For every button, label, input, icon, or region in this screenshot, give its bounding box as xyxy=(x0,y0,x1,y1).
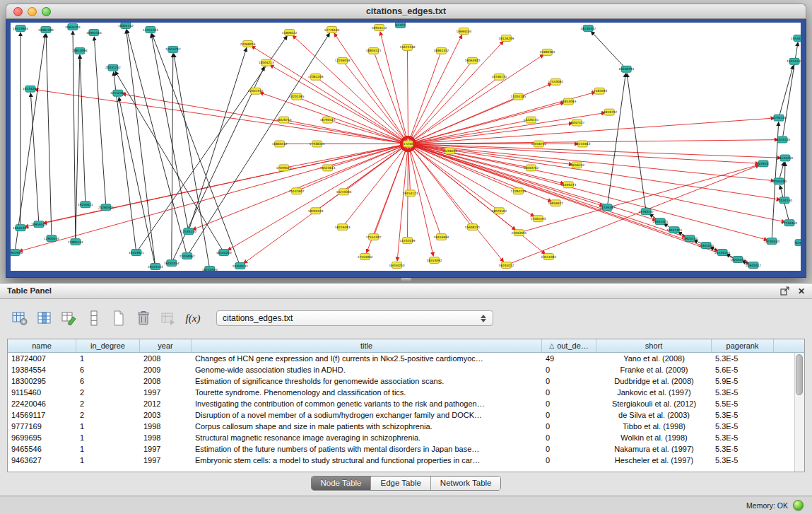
graph-edge[interactable] xyxy=(189,48,247,228)
graph-node[interactable]: 20031252 xyxy=(105,64,121,71)
graph-node[interactable]: 15905134 xyxy=(68,239,83,245)
graph-node[interactable]: 14818702 xyxy=(601,109,617,115)
import-table-button[interactable] xyxy=(158,308,178,328)
column-header-short[interactable]: short xyxy=(596,339,712,352)
table-cell-pagerank[interactable]: 5.3E-5 xyxy=(712,455,774,466)
graph-node[interactable]: 16954112 xyxy=(372,24,387,30)
graph-node[interactable]: 17554302 xyxy=(366,234,382,240)
float-panel-icon[interactable] xyxy=(780,286,789,296)
graph-node[interactable]: 20634204 xyxy=(65,23,81,30)
graph-edge[interactable] xyxy=(591,31,623,66)
table-cell-title[interactable]: Investigating the contribution of common… xyxy=(192,398,542,409)
table-cell-pagerank[interactable]: 5.3E-5 xyxy=(712,432,774,443)
table-cell-year[interactable]: 2008 xyxy=(140,375,192,387)
zoom-window-button[interactable] xyxy=(42,7,51,16)
graph-edge[interactable] xyxy=(345,64,406,141)
table-cell-title[interactable]: Disruption of a novel member of a sodium… xyxy=(192,409,542,421)
column-header-pagerank[interactable]: pagerank xyxy=(712,339,774,352)
table-cell-pagerank[interactable]: 5.9E-5 xyxy=(712,375,774,387)
table-cell-in-degree[interactable]: 1 xyxy=(76,432,140,443)
table-cell-out-de-[interactable]: 0 xyxy=(542,432,596,443)
graph-node[interactable]: 17699425 xyxy=(276,165,292,171)
graph-node[interactable]: 12246058 xyxy=(335,57,351,64)
graph-node[interactable]: 18026710 xyxy=(276,117,292,123)
column-visibility-button[interactable] xyxy=(35,308,54,328)
column-header-title[interactable]: title xyxy=(192,339,542,352)
graph-edge[interactable] xyxy=(627,74,645,209)
table-cell-short[interactable]: Tibbo et al. (1998) xyxy=(596,421,712,432)
graph-edge[interactable] xyxy=(411,145,552,201)
table-cell-name[interactable]: 9463627 xyxy=(8,455,76,466)
graph-node[interactable]: 17534150 xyxy=(181,228,196,235)
table-cell-title[interactable]: Changes of HCN gene expression and I(f) … xyxy=(192,353,542,364)
table-cell-short[interactable]: Franke et al. (2009) xyxy=(596,364,712,375)
graph-node[interactable]: 55723 xyxy=(396,23,406,28)
table-cell-pagerank[interactable]: 5.6E-5 xyxy=(712,364,774,375)
graph-edge[interactable] xyxy=(411,83,552,143)
graph-node[interactable]: 12734150 xyxy=(771,115,787,121)
graph-edge[interactable] xyxy=(115,71,222,250)
graph-edge[interactable] xyxy=(73,31,76,238)
graph-edge[interactable] xyxy=(46,34,52,235)
graph-node[interactable]: 18299104 xyxy=(308,208,324,214)
graph-node[interactable]: 17284219 xyxy=(510,188,526,194)
table-cell-in-degree[interactable]: 2 xyxy=(76,409,140,421)
graph-node[interactable]: 18304152 xyxy=(118,23,134,28)
graph-node[interactable]: 16126209 xyxy=(498,35,514,41)
table-cell-year[interactable]: 1997 xyxy=(140,387,192,398)
table-cell-in-degree[interactable]: 6 xyxy=(76,375,140,387)
table-cell-out-de-[interactable]: 0 xyxy=(542,364,596,375)
table-cell-out-de-[interactable]: 0 xyxy=(542,375,596,387)
graph-node[interactable]: 15672348 xyxy=(400,44,416,50)
table-row[interactable]: 977716911998Corpus callosum shape and si… xyxy=(8,421,794,432)
graph-node[interactable]: 18553092 xyxy=(427,257,442,264)
graph-edge[interactable] xyxy=(16,34,45,249)
graph-node[interactable]: 12152401 xyxy=(110,90,126,96)
graph-node[interactable]: 19534150 xyxy=(791,35,801,41)
table-cell-name[interactable]: 9777169 xyxy=(8,421,76,432)
graph-node[interactable]: 10746731 xyxy=(491,74,507,80)
graph-edge[interactable] xyxy=(43,145,405,223)
table-cell-in-degree[interactable]: 2 xyxy=(76,387,140,398)
graph-node[interactable]: 22068016 xyxy=(240,40,256,47)
new-column-button[interactable] xyxy=(109,308,129,328)
table-cell-short[interactable]: Stergiakouli et al. (2012) xyxy=(596,398,712,409)
graph-node[interactable]: 18804521 xyxy=(366,47,382,54)
table-cell-pagerank[interactable]: 5.3E-5 xyxy=(712,443,774,455)
column-header-out-de-[interactable]: △out_de… xyxy=(542,339,596,352)
graph-node[interactable]: 17793157 xyxy=(638,209,654,215)
graph-node[interactable]: 19154123 xyxy=(403,190,418,197)
table-cell-in-degree[interactable]: 1 xyxy=(76,455,140,466)
table-cell-in-degree[interactable]: 1 xyxy=(76,421,140,432)
table-cell-name[interactable]: 22420046 xyxy=(8,398,76,409)
table-cell-out-de-[interactable]: 0 xyxy=(542,409,596,421)
table-cell-short[interactable]: Dudbridge et al. (2008) xyxy=(596,375,712,387)
graph-node[interactable]: 15499273 xyxy=(560,182,576,188)
table-cell-pagerank[interactable]: 5.5E-5 xyxy=(712,398,774,409)
table-cell-short[interactable]: de Silva et al. (2003) xyxy=(596,409,712,421)
column-header-year[interactable]: year xyxy=(140,339,192,352)
graph-node[interactable]: 16861352 xyxy=(434,47,449,54)
graph-node[interactable]: 15953 xyxy=(758,160,768,167)
graph-edge[interactable] xyxy=(407,51,408,140)
graph-node[interactable]: 11809222 xyxy=(282,29,298,35)
graph-node[interactable]: 12776104 xyxy=(324,26,340,33)
graph-node[interactable]: 17505493 xyxy=(530,216,546,222)
graph-node[interactable]: 17485093 xyxy=(592,88,607,94)
table-cell-name[interactable]: 14569117 xyxy=(8,409,76,421)
graph-node[interactable]: 23411092 xyxy=(541,254,556,260)
close-window-button[interactable] xyxy=(13,7,23,16)
graph-node[interactable]: 14853093 xyxy=(560,98,576,105)
network-canvas[interactable]: 1724012058702160437621728421918079102156… xyxy=(11,23,801,271)
graph-node[interactable]: 18041324 xyxy=(666,227,682,233)
table-cell-name[interactable]: 9699695 xyxy=(8,432,76,443)
network-window-titlebar[interactable]: citations_edges.txt xyxy=(6,4,806,19)
table-cell-year[interactable]: 1997 xyxy=(140,455,192,466)
table-cell-title[interactable]: Corpus callosum shape and size in male p… xyxy=(192,421,542,432)
graph-node[interactable]: 12058702 xyxy=(531,141,546,147)
graph-node[interactable]: 22043091 xyxy=(511,230,526,236)
graph-edge[interactable] xyxy=(411,145,686,237)
graph-edge[interactable] xyxy=(319,79,405,141)
table-cell-title[interactable]: Genome-wide association studies in ADHD. xyxy=(192,364,542,375)
graph-node[interactable]: 19013904 xyxy=(13,25,28,31)
